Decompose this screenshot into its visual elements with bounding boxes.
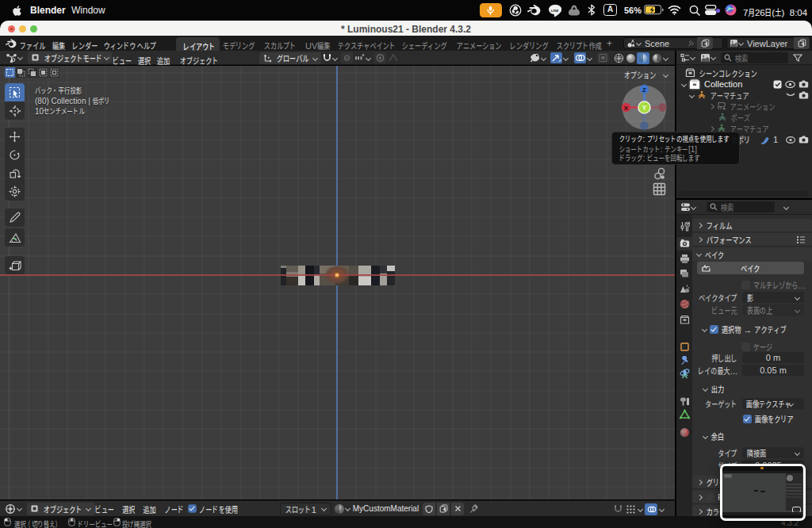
svg-text:X: X [624, 105, 629, 112]
svg-text:Y: Y [642, 104, 647, 112]
svg-text:Z: Z [642, 86, 646, 94]
svg-text:LINE: LINE [551, 9, 559, 13]
